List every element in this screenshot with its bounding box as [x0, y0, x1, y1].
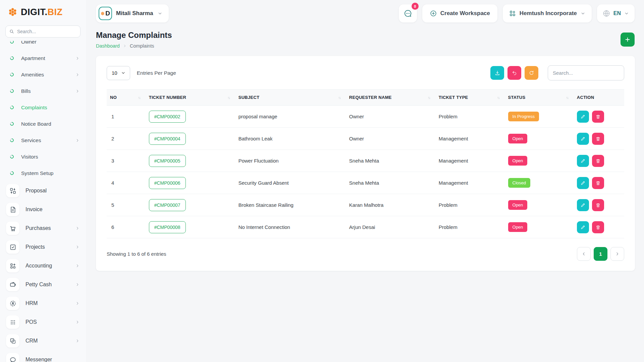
- edit-button[interactable]: [577, 155, 589, 167]
- export-button[interactable]: [490, 66, 504, 80]
- add-complaint-button[interactable]: [621, 33, 635, 47]
- table-search-input[interactable]: [548, 65, 624, 80]
- cell-ticket-type: Problem: [435, 216, 505, 238]
- delete-button[interactable]: [592, 133, 604, 145]
- cell-ticket-type: Problem: [435, 106, 505, 128]
- ticket-number-badge[interactable]: #CMP00002: [149, 111, 186, 123]
- delete-button[interactable]: [592, 111, 604, 123]
- workspace-selector[interactable]: D Mitali Sharma: [96, 4, 169, 22]
- status-badge[interactable]: Closed: [508, 178, 530, 188]
- sidebar-item-petty-cash[interactable]: Petty Cash: [6, 275, 83, 294]
- delete-button[interactable]: [592, 177, 604, 189]
- sidebar-item-owner[interactable]: Owner: [6, 41, 83, 50]
- table-row: 3 #CMP00005 Power Fluctuation Sneha Meht…: [107, 150, 624, 172]
- cell-subject: Power Fluctuation: [235, 150, 346, 172]
- chevron-right-icon: [75, 320, 80, 324]
- status-badge[interactable]: Open: [508, 156, 528, 166]
- sidebar-item-notice-board[interactable]: Notice Board: [6, 116, 83, 132]
- chevron-right-icon: [75, 339, 80, 343]
- chat-button[interactable]: 0: [399, 4, 417, 22]
- page-1-button[interactable]: 1: [594, 247, 607, 261]
- table-row: 6 #CMP00008 No Internet Connection Arjun…: [107, 216, 624, 238]
- sort-icon[interactable]: ↑↓: [428, 96, 432, 100]
- sidebar-item-purchases[interactable]: Purchases: [6, 219, 83, 238]
- status-badge[interactable]: Open: [508, 134, 528, 143]
- cell-requester: Sneha Mehta: [346, 150, 435, 172]
- plus-icon: [624, 36, 631, 43]
- status-badge[interactable]: In Progress: [508, 112, 539, 121]
- sidebar-item-messenger[interactable]: Messenger: [6, 350, 83, 362]
- chevron-right-icon: [75, 89, 80, 94]
- delete-button[interactable]: [592, 155, 604, 167]
- workspace-user-name: Mitali Sharma: [116, 10, 153, 17]
- next-page-button[interactable]: [610, 247, 624, 261]
- chevron-right-icon: [75, 56, 80, 61]
- delete-button[interactable]: [592, 221, 604, 233]
- entries-per-page-value: 10: [112, 70, 117, 76]
- sort-icon[interactable]: ↑↓: [338, 96, 342, 100]
- cell-subject: Security Guard Absent: [235, 172, 346, 194]
- sidebar-item-proposal[interactable]: Proposal: [6, 181, 83, 200]
- undo-icon: [512, 70, 517, 76]
- cell-no: 5: [107, 194, 146, 216]
- sidebar-search-input[interactable]: [5, 25, 80, 38]
- doc-icon: [9, 206, 16, 213]
- sidebar-item-apartment[interactable]: Apartment: [6, 50, 83, 66]
- sort-icon[interactable]: ↑↓: [227, 96, 232, 100]
- edit-button[interactable]: [577, 221, 589, 233]
- trash-icon: [595, 225, 601, 230]
- sidebar-item-amenities[interactable]: Amenities: [6, 66, 83, 83]
- edit-button[interactable]: [577, 133, 589, 145]
- chevron-down-icon: [121, 70, 126, 75]
- status-badge[interactable]: Open: [508, 200, 528, 210]
- trash-icon: [595, 202, 601, 208]
- breadcrumb: Dashboard Complaints: [96, 43, 172, 49]
- sidebar-item-visitors[interactable]: Visitors: [6, 148, 83, 165]
- sidebar-item-bills[interactable]: Bills: [6, 83, 83, 99]
- reset-button[interactable]: [507, 66, 521, 80]
- edit-button[interactable]: [577, 111, 589, 123]
- sidebar-item-services[interactable]: Services: [6, 132, 83, 148]
- status-badge[interactable]: Open: [508, 222, 528, 232]
- language-selector[interactable]: EN: [597, 4, 635, 22]
- entries-per-page-select[interactable]: 10: [107, 66, 130, 80]
- ticket-number-badge[interactable]: #CMP00005: [149, 155, 186, 167]
- cell-subject: Broken Staircase Railing: [235, 194, 346, 216]
- chevron-down-icon: [624, 11, 629, 16]
- refresh-button[interactable]: [525, 66, 538, 80]
- sidebar-item-complaints[interactable]: Complaints: [6, 99, 83, 116]
- edit-button[interactable]: [577, 177, 589, 189]
- create-workspace-button[interactable]: Create Workspace: [422, 4, 497, 22]
- ticket-number-badge[interactable]: #CMP00008: [149, 221, 186, 233]
- ticket-number-badge[interactable]: #CMP00007: [149, 199, 186, 211]
- cell-requester: Owner: [346, 128, 435, 150]
- globe-icon: [602, 9, 610, 17]
- delete-button[interactable]: [592, 199, 604, 211]
- chevron-right-icon: [75, 263, 80, 268]
- edit-button[interactable]: [577, 199, 589, 211]
- sidebar-item-hrm[interactable]: HRM: [6, 294, 83, 313]
- ticket-number-badge[interactable]: #CMP00006: [149, 177, 186, 189]
- prev-page-button[interactable]: [577, 247, 591, 261]
- sort-icon[interactable]: ↑↓: [138, 96, 142, 100]
- sidebar-item-pos[interactable]: POS: [6, 313, 83, 331]
- sidebar-item-system-setup[interactable]: System Setup: [6, 165, 83, 181]
- company-selector[interactable]: Hemtush Incorporate: [503, 4, 592, 22]
- breadcrumb-dashboard-link[interactable]: Dashboard: [96, 43, 120, 49]
- sidebar-item-label: Proposal: [25, 188, 47, 194]
- sort-icon[interactable]: ↑↓: [497, 96, 501, 100]
- chevron-right-icon: [75, 226, 80, 231]
- sort-icon[interactable]: ↑↓: [566, 96, 570, 100]
- chat-count-badge: 0: [412, 3, 419, 10]
- table-row: 4 #CMP00006 Security Guard Absent Sneha …: [107, 172, 624, 194]
- app-logo[interactable]: DIGIT.BIZ: [0, 0, 86, 24]
- sidebar-item-label: POS: [25, 319, 37, 325]
- sidebar-item-invoice[interactable]: Invoice: [6, 200, 83, 219]
- sidebar-item-projects[interactable]: Projects: [6, 238, 83, 256]
- chevron-right-icon: [123, 44, 127, 48]
- table-row: 5 #CMP00007 Broken Staircase Railing Kar…: [107, 194, 624, 216]
- sidebar-item-label: Services: [21, 137, 41, 143]
- sidebar-item-accounting[interactable]: Accounting: [6, 256, 83, 275]
- sidebar-item-crm[interactable]: CRM: [6, 331, 83, 350]
- ticket-number-badge[interactable]: #CMP00004: [149, 133, 186, 145]
